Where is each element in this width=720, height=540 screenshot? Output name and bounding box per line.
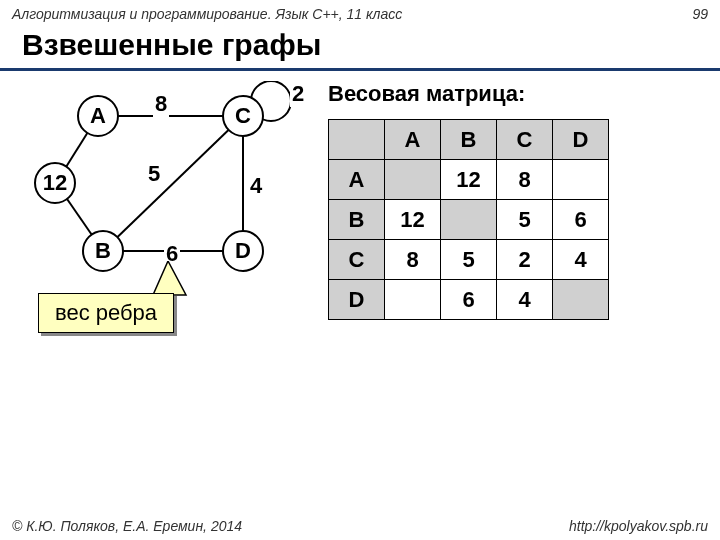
matrix-cell: 5: [497, 200, 553, 240]
matrix-title: Весовая матрица:: [328, 81, 702, 107]
matrix-cell: 12: [441, 160, 497, 200]
matrix-cell: 12: [385, 200, 441, 240]
svg-marker-7: [153, 261, 186, 295]
matrix-corner: [329, 120, 385, 160]
matrix-cell: 6: [553, 200, 609, 240]
edge-label-ac: 8: [153, 91, 169, 117]
matrix-cell: [385, 160, 441, 200]
matrix-cell: [385, 280, 441, 320]
edge-label-cc: 2: [290, 81, 306, 107]
slide-title: Взвешенные графы: [0, 24, 720, 71]
matrix-cell: 4: [553, 240, 609, 280]
matrix-cell: 6: [441, 280, 497, 320]
matrix-col-b: B: [441, 120, 497, 160]
graph-diagram: A C 12 B D 8 2 5 4 6 вес ребра: [18, 81, 318, 361]
matrix-col-d: D: [553, 120, 609, 160]
graph-node-c: C: [222, 95, 264, 137]
footer-copyright: © К.Ю. Поляков, Е.А. Еремин, 2014: [12, 518, 242, 534]
matrix-cell: 4: [497, 280, 553, 320]
slide-header: Алгоритмизация и программирование. Язык …: [0, 0, 720, 24]
matrix-row-d: D: [329, 280, 385, 320]
matrix-cell: [553, 160, 609, 200]
weight-matrix-table: A B C D A 12 8 B 12 5 6 C 8: [328, 119, 609, 320]
weight-matrix-area: Весовая матрица: A B C D A 12 8 B 12 5: [318, 81, 702, 361]
slide-footer: © К.Ю. Поляков, Е.А. Еремин, 2014 http:/…: [0, 518, 720, 534]
graph-node-ab-weight: 12: [34, 162, 76, 204]
edge-weight-callout: вес ребра: [38, 293, 174, 333]
edge-label-cd: 4: [248, 173, 264, 199]
footer-url: http://kpolyakov.spb.ru: [569, 518, 708, 534]
matrix-cell: 8: [497, 160, 553, 200]
matrix-cell: [441, 200, 497, 240]
content-area: A C 12 B D 8 2 5 4 6 вес ребра Весовая м…: [0, 71, 720, 361]
matrix-cell: 2: [497, 240, 553, 280]
graph-node-a: A: [77, 95, 119, 137]
matrix-row-a: A: [329, 160, 385, 200]
graph-node-d: D: [222, 230, 264, 272]
matrix-row-b: B: [329, 200, 385, 240]
header-left: Алгоритмизация и программирование. Язык …: [12, 6, 402, 22]
matrix-cell: 5: [441, 240, 497, 280]
matrix-col-a: A: [385, 120, 441, 160]
svg-line-5: [103, 116, 243, 251]
graph-node-b: B: [82, 230, 124, 272]
edge-label-bc: 5: [146, 161, 162, 187]
matrix-cell: 8: [385, 240, 441, 280]
matrix-col-c: C: [497, 120, 553, 160]
matrix-cell: [553, 280, 609, 320]
matrix-row-c: C: [329, 240, 385, 280]
header-right: 99: [692, 6, 708, 22]
